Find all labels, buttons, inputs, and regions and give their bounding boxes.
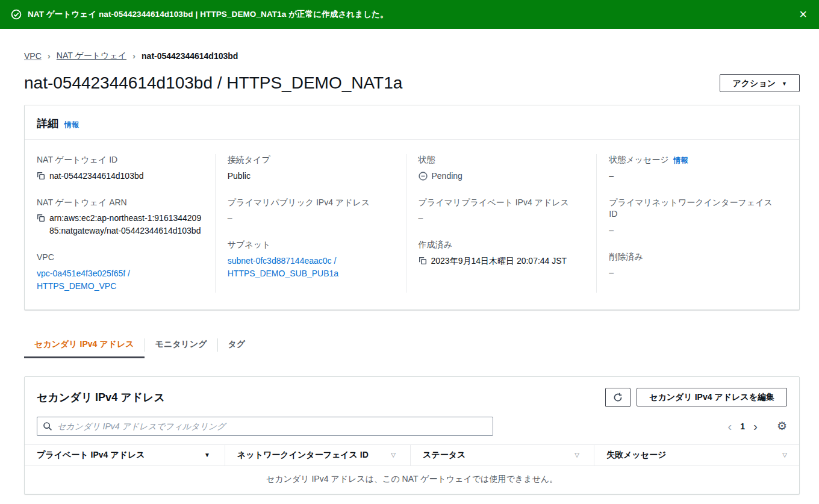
nat-gateway-arn-value: arn:aws:ec2:ap-northeast-1:916134420985:…: [49, 212, 203, 237]
primary-private-ipv4-value: –: [419, 212, 423, 225]
filter-box: [37, 417, 493, 436]
state-message-info-link[interactable]: 情報: [674, 155, 688, 166]
sort-icon: ▽: [575, 452, 579, 458]
status-badge: Pending: [419, 170, 462, 182]
field-primary-public-ipv4: プライマリパブリック IPv4 アドレス –: [228, 197, 394, 225]
field-label: プライマリネットワークインターフェイス ID: [609, 197, 775, 220]
flash-message: NAT ゲートウェイ nat-05442344614d103bd | HTTPS…: [28, 9, 388, 20]
connectivity-type-value: Public: [228, 170, 251, 182]
column-header-eni-id[interactable]: ネットワークインターフェイス ID ▽: [225, 445, 410, 465]
page-header: nat-05442344614d103bd / HTTPS_DEMO_NAT1a…: [24, 73, 800, 93]
field-label: 削除済み: [609, 251, 775, 263]
secondary-ip-filter-input[interactable]: [37, 417, 493, 436]
field-label: サブネット: [228, 239, 394, 251]
details-card-header: 詳細 情報: [25, 105, 799, 140]
page-number[interactable]: 1: [735, 422, 750, 431]
field-label: 接続タイプ: [228, 154, 394, 166]
secondary-ipv4-card: セカンダリ IPv4 アドレス セカンダリ IPv4 アドレスを編集 ‹ 1: [24, 376, 800, 494]
field-primary-eni-id: プライマリネットワークインターフェイス ID –: [609, 197, 775, 237]
caret-down-icon: ▼: [782, 81, 787, 87]
column-header-label: 失敗メッセージ: [606, 450, 666, 461]
edit-secondary-ipv4-button[interactable]: セカンダリ IPv4 アドレスを編集: [637, 388, 787, 406]
field-label: VPC: [37, 252, 203, 264]
chevron-right-icon: ›: [48, 51, 51, 61]
breadcrumb-nat-gateways[interactable]: NAT ゲートウェイ: [57, 51, 126, 61]
field-label: NAT ゲートウェイ ARN: [37, 197, 203, 209]
actions-button-label: アクション: [732, 78, 776, 89]
column-header-private-ipv4[interactable]: プライベート IPv4 アドレス ▼: [37, 445, 225, 465]
field-state: 状態 Pending: [419, 154, 585, 182]
secondary-card-title: セカンダリ IPv4 アドレス: [37, 390, 165, 405]
column-header-status[interactable]: ステータス ▽: [410, 445, 594, 465]
success-check-icon: [11, 9, 22, 20]
state-value: Pending: [432, 170, 462, 182]
field-nat-gateway-id: NAT ゲートウェイ ID nat-05442344614d103bd: [37, 154, 203, 182]
primary-eni-id-value: –: [609, 224, 614, 237]
gear-icon[interactable]: ⚙: [777, 420, 787, 432]
pagination: ‹ 1 › ⚙: [724, 420, 787, 432]
tab-tags[interactable]: タグ: [218, 332, 256, 358]
deleted-value: –: [609, 266, 614, 279]
state-message-value: –: [609, 170, 614, 182]
field-nat-gateway-arn: NAT ゲートウェイ ARN arn:aws:ec2:ap-northeast-…: [37, 197, 203, 238]
primary-public-ipv4-value: –: [228, 212, 232, 225]
field-connectivity-type: 接続タイプ Public: [228, 154, 394, 182]
copy-icon[interactable]: [37, 172, 45, 180]
subnet-link[interactable]: subnet-0fc3d887144eaac0c / HTTPS_DEMO_SU…: [228, 255, 394, 280]
created-value: 2023年9月14日木曜日 20:07:44 JST: [431, 255, 567, 267]
field-primary-private-ipv4: プライマリプライベート IPv4 アドレス –: [419, 197, 585, 225]
nat-gateway-id-value: nat-05442344614d103bd: [49, 170, 144, 182]
field-deleted: 削除済み –: [609, 251, 775, 279]
refresh-button[interactable]: [605, 388, 631, 407]
field-label: 状態メッセージ: [609, 154, 668, 166]
secondary-card-actions: セカンダリ IPv4 アドレスを編集: [605, 388, 787, 407]
tab-bar: セカンダリ IPv4 アドレス モニタリング タグ: [24, 332, 800, 358]
details-info-link[interactable]: 情報: [64, 120, 79, 130]
field-label: NAT ゲートウェイ ID: [37, 154, 203, 166]
chevron-right-icon: ›: [132, 51, 135, 61]
main-content: VPC › NAT ゲートウェイ › nat-05442344614d103bd…: [0, 51, 819, 494]
column-header-label: プライベート IPv4 アドレス: [37, 450, 145, 461]
actions-button[interactable]: アクション ▼: [720, 74, 800, 93]
details-column-3: 状態 Pending プライマリプライベート IPv4 アドレス –: [406, 154, 597, 293]
breadcrumb-vpc[interactable]: VPC: [24, 51, 42, 61]
sort-icon: ▽: [391, 452, 396, 458]
column-header-label: ネットワークインターフェイス ID: [237, 450, 369, 461]
column-header-label: ステータス: [423, 450, 466, 461]
details-column-1: NAT ゲートウェイ ID nat-05442344614d103bd NAT …: [37, 154, 215, 293]
chevron-right-icon[interactable]: ›: [750, 420, 761, 432]
breadcrumb-current: nat-05442344614d103bd: [142, 51, 238, 61]
details-title: 詳細: [37, 116, 58, 131]
details-column-4: 状態メッセージ 情報 – プライマリネットワークインターフェイス ID – 削除…: [596, 154, 787, 293]
tab-monitoring[interactable]: モニタリング: [145, 332, 217, 358]
field-label: 作成済み: [419, 239, 585, 251]
sort-desc-icon: ▼: [204, 452, 210, 458]
field-label: プライマリプライベート IPv4 アドレス: [419, 197, 585, 209]
pending-icon: [419, 172, 428, 181]
details-card: 詳細 情報 NAT ゲートウェイ ID nat-05442344614d103b…: [24, 105, 800, 310]
chevron-left-icon[interactable]: ‹: [724, 420, 735, 432]
tab-secondary-ipv4[interactable]: セカンダリ IPv4 アドレス: [24, 332, 145, 358]
refresh-icon: [613, 393, 623, 402]
secondary-toolbar: ‹ 1 › ⚙: [25, 417, 799, 444]
breadcrumb: VPC › NAT ゲートウェイ › nat-05442344614d103bd: [24, 51, 800, 61]
field-subnet: サブネット subnet-0fc3d887144eaac0c / HTTPS_D…: [228, 239, 394, 280]
secondary-card-header: セカンダリ IPv4 アドレス セカンダリ IPv4 アドレスを編集: [25, 377, 799, 417]
close-icon[interactable]: ×: [798, 8, 808, 21]
field-vpc: VPC vpc-0a451e4f3e025f65f / HTTPS_DEMO_V…: [37, 252, 203, 293]
sort-icon: ▽: [782, 452, 787, 458]
success-flashbar: NAT ゲートウェイ nat-05442344614d103bd | HTTPS…: [0, 0, 819, 29]
table-empty-message: セカンダリ IPv4 アドレスは、この NAT ゲートウェイでは使用できません。: [25, 466, 799, 494]
column-header-failure-message[interactable]: 失敗メッセージ ▽: [594, 445, 787, 465]
field-created: 作成済み 2023年9月14日木曜日 20:07:44 JST: [419, 239, 585, 267]
page-title: nat-05442344614d103bd / HTTPS_DEMO_NAT1a: [24, 73, 402, 93]
field-label: 状態: [419, 154, 585, 166]
table-header-row: プライベート IPv4 アドレス ▼ ネットワークインターフェイス ID ▽ ス…: [25, 444, 799, 466]
details-column-2: 接続タイプ Public プライマリパブリック IPv4 アドレス – サブネッ…: [215, 154, 406, 293]
vpc-link[interactable]: vpc-0a451e4f3e025f65f / HTTPS_DEMO_VPC: [37, 267, 203, 293]
field-label: プライマリパブリック IPv4 アドレス: [228, 197, 394, 209]
copy-icon[interactable]: [419, 257, 427, 265]
search-icon: [43, 422, 52, 431]
copy-icon[interactable]: [37, 214, 45, 222]
details-grid: NAT ゲートウェイ ID nat-05442344614d103bd NAT …: [25, 140, 799, 310]
